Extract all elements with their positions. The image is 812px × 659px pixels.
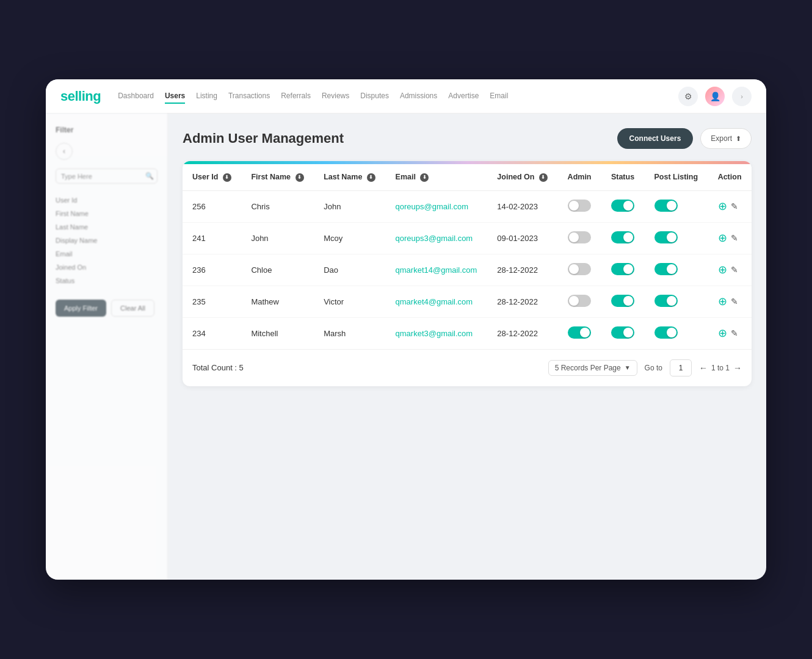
nav-item-admissions[interactable]: Admissions [400,89,437,104]
page-range: 1 to 1 [711,364,730,372]
settings-icon[interactable]: ⚙ [678,87,698,106]
users-table: User Id ⬇ First Name ⬇ Last Name ⬇ Email… [183,164,752,349]
cell-email: qoreups@gmail.com [386,190,488,222]
connect-users-button[interactable]: Connect Users [617,128,694,149]
sort-joinedon-icon[interactable]: ⬇ [539,173,548,182]
filter-search-input[interactable] [61,173,145,180]
cell-postlisting[interactable] [645,190,708,222]
sort-lastname-icon[interactable]: ⬇ [367,173,375,182]
table-body: 256 Chris John qoreups@gmail.com 14-02-2… [183,190,752,349]
goto-input[interactable] [670,359,692,376]
records-per-page-selector[interactable]: 5 Records Per Page ▼ [548,360,637,376]
cell-email: qmarket14@gmail.com [386,254,488,286]
cell-status[interactable] [601,286,645,317]
add-action-icon[interactable]: ⊕ [718,231,727,245]
cell-email: qoreups3@gmail.com [386,222,488,254]
users-table-container: User Id ⬇ First Name ⬇ Last Name ⬇ Email… [183,161,752,386]
cell-firstname: Chloe [241,254,314,286]
nav-item-reviews[interactable]: Reviews [322,89,349,104]
cell-postlisting[interactable] [645,254,708,286]
back-button[interactable]: ‹ [56,143,73,160]
edit-action-icon[interactable]: ✎ [731,265,738,275]
filter-option-status[interactable]: Status [56,274,158,287]
cell-action: ⊕ ✎ [708,190,752,222]
clear-all-button[interactable]: Clear All [111,300,154,317]
cell-action: ⊕ ✎ [708,254,752,286]
cell-joinedon: 09-01-2023 [487,222,557,254]
cell-admin[interactable] [558,254,601,286]
col-userid: User Id ⬇ [183,164,241,190]
nav-item-users[interactable]: Users [165,89,185,104]
export-button[interactable]: Export ⬆ [700,128,752,149]
nav-item-transactions[interactable]: Transactions [228,89,270,104]
cell-userid: 241 [183,222,241,254]
table-row: 236 Chloe Dao qmarket14@gmail.com 28-12-… [183,254,752,286]
filter-search-container: 🔍 [56,168,158,184]
cell-postlisting[interactable] [645,222,708,254]
cell-userid: 236 [183,254,241,286]
cell-joinedon: 28-12-2022 [487,317,557,349]
content-header: Admin User Management Connect Users Expo… [183,128,752,149]
top-nav: selling DashboardUsersListingTransaction… [46,79,766,113]
cell-userid: 234 [183,317,241,349]
pagination-controls: 5 Records Per Page ▼ Go to ← 1 to 1 → [548,359,742,376]
nav-item-advertise[interactable]: Advertise [448,89,479,104]
cell-admin[interactable] [558,222,601,254]
cell-status[interactable] [601,254,645,286]
cell-firstname: John [241,222,314,254]
sidebar: Filter ‹ 🔍 User Id First Name Last Name … [46,113,168,580]
edit-action-icon[interactable]: ✎ [731,297,738,306]
nav-item-email[interactable]: Email [490,89,508,104]
apply-filter-button[interactable]: Apply Filter [56,300,106,317]
cell-firstname: Mathew [241,286,314,317]
filter-options-list: User Id First Name Last Name Display Nam… [56,193,158,287]
cell-lastname: Mcoy [314,222,385,254]
cell-status[interactable] [601,317,645,349]
prev-page-arrow[interactable]: ← [699,363,708,373]
col-firstname: First Name ⬇ [241,164,314,190]
cell-status[interactable] [601,190,645,222]
sort-userid-icon[interactable]: ⬇ [223,173,231,182]
avatar[interactable]: 👤 [705,87,725,106]
sort-email-icon[interactable]: ⬇ [420,173,429,182]
sort-firstname-icon[interactable]: ⬇ [295,173,304,182]
edit-action-icon[interactable]: ✎ [731,233,738,243]
cell-userid: 256 [183,190,241,222]
cell-lastname: Victor [314,286,385,317]
nav-item-disputes[interactable]: Disputes [360,89,389,104]
next-page-arrow[interactable]: → [733,363,742,373]
cell-action: ⊕ ✎ [708,317,752,349]
nav-item-listing[interactable]: Listing [196,89,217,104]
cell-email: qmarket4@gmail.com [386,286,488,317]
col-lastname: Last Name ⬇ [314,164,385,190]
edit-action-icon[interactable]: ✎ [731,201,738,211]
filter-option-email[interactable]: Email [56,247,158,261]
cell-admin[interactable] [558,190,601,222]
col-admin: Admin [558,164,601,190]
cell-postlisting[interactable] [645,286,708,317]
col-joinedon: Joined On ⬇ [487,164,557,190]
filter-option-userid[interactable]: User Id [56,193,158,207]
export-label: Export [711,134,732,143]
nav-item-referrals[interactable]: Referrals [281,89,311,104]
table-row: 241 John Mcoy qoreups3@gmail.com 09-01-2… [183,222,752,254]
add-action-icon[interactable]: ⊕ [718,263,727,276]
filter-option-lastname[interactable]: Last Name [56,220,158,234]
filter-option-firstname[interactable]: First Name [56,207,158,220]
cell-admin[interactable] [558,317,601,349]
add-action-icon[interactable]: ⊕ [718,295,727,308]
cell-joinedon: 28-12-2022 [487,286,557,317]
cell-postlisting[interactable] [645,317,708,349]
table-row: 234 Mitchell Marsh qmarket3@gmail.com 28… [183,317,752,349]
filter-option-joinedon[interactable]: Joined On [56,261,158,274]
cell-admin[interactable] [558,286,601,317]
edit-action-icon[interactable]: ✎ [731,328,738,338]
nav-item-dashboard[interactable]: Dashboard [118,89,154,104]
add-action-icon[interactable]: ⊕ [718,200,727,213]
filter-option-displayname[interactable]: Display Name [56,234,158,247]
cell-firstname: Mitchell [241,317,314,349]
add-action-icon[interactable]: ⊕ [718,326,727,340]
col-email: Email ⬇ [386,164,488,190]
logout-icon[interactable]: › [732,87,752,106]
cell-status[interactable] [601,222,645,254]
